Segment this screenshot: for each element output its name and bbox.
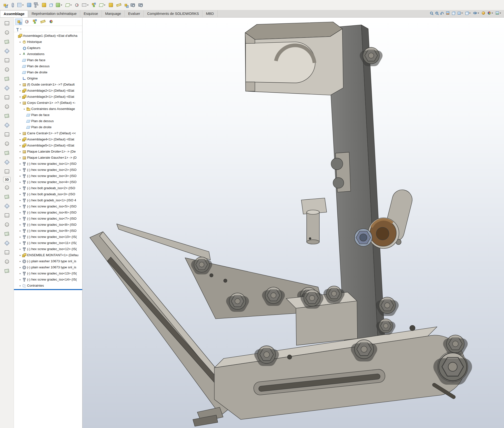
dropdown-caret-icon[interactable] (492, 13, 493, 14)
side-tool-button[interactable] (2, 121, 12, 129)
tree-item[interactable]: ▸(-) hex screw gradec_iso<2> (ISO (14, 167, 82, 173)
side-tool-button[interactable] (2, 221, 12, 228)
ribbon-tab-mbd[interactable]: MBD (202, 10, 217, 17)
dropdown-caret-icon[interactable] (87, 5, 89, 6)
mate-button[interactable] (10, 1, 15, 9)
expander-icon[interactable]: ▸ (19, 150, 22, 153)
tree-item[interactable]: ▾Corps Central<1> ->? (Défaut) <- (14, 100, 82, 106)
ribbon-tab-marquage[interactable]: Marquage (102, 10, 125, 17)
hex-bolt[interactable] (326, 286, 342, 301)
dropdown-caret-icon[interactable] (478, 13, 479, 14)
side-tool-button[interactable] (2, 66, 12, 73)
tree-item[interactable]: ▸Contraintes (14, 282, 82, 289)
tree-item[interactable]: ▸Contraintes dans Assemblage (14, 106, 82, 112)
tree-item[interactable]: ▸(-) hex screw gradec_iso<4> (ISO (14, 179, 82, 185)
expander-icon[interactable]: ▸ (19, 211, 22, 214)
tree-item[interactable]: ▸(-) hex screw gradec_iso<6> (ISO (14, 209, 82, 215)
filter-caret-icon[interactable]: ▾ (20, 28, 21, 30)
side-tool-button[interactable] (2, 57, 12, 64)
ribbon-tab-assemblage[interactable]: Assemblage (0, 10, 28, 17)
side-tool-button[interactable] (2, 19, 12, 27)
side-tool-button[interactable] (2, 249, 12, 256)
expander-icon[interactable]: ▸ (19, 181, 22, 183)
side-tool-button[interactable] (2, 75, 12, 83)
section-view-button[interactable] (445, 11, 450, 15)
expander-icon[interactable]: ▸ (19, 144, 22, 147)
side-tool-button[interactable] (2, 47, 12, 55)
view-3d-button[interactable]: 3D (3, 177, 11, 182)
expander-icon[interactable]: ▸ (19, 284, 22, 287)
tree-item[interactable]: ▸(-) hex screw gradec_iso<9> (ISO (14, 228, 82, 234)
hex-bolt[interactable] (363, 47, 380, 64)
tree-item[interactable]: ▸Historique (14, 39, 82, 45)
tree-item[interactable]: ▸Plaque Laterale Gauche<1> -> (D (14, 155, 82, 161)
side-tool-button[interactable] (2, 94, 12, 101)
dropdown-caret-icon[interactable] (7, 5, 8, 6)
tree-item[interactable]: ▸(-) hex screw gradec_iso<3> (ISO (14, 173, 82, 179)
new-motion-study-button[interactable] (74, 1, 80, 9)
instant3d-button[interactable] (108, 1, 114, 9)
dropdown-caret-icon[interactable] (61, 5, 62, 6)
tree-item[interactable]: Plan de dessus (14, 118, 82, 124)
hex-bolt[interactable] (258, 346, 275, 363)
expander-icon[interactable]: ▸ (19, 175, 22, 177)
dropdown-caret-icon[interactable] (461, 13, 463, 14)
tree-item[interactable]: ▸Annotations (14, 51, 82, 57)
zoom-to-fit-button[interactable] (429, 11, 434, 15)
tree-item[interactable]: ▸(-) hex screw gradec_iso<5> (ISO (14, 203, 82, 209)
displaymanager-tab[interactable] (47, 19, 55, 25)
hex-bolt[interactable] (379, 319, 393, 333)
side-tool-button[interactable] (2, 258, 12, 265)
record-video-button[interactable] (137, 1, 144, 9)
expander-icon[interactable]: ▸ (19, 156, 22, 159)
tree-item[interactable]: Plan de face (14, 57, 82, 63)
dropdown-caret-icon[interactable] (104, 5, 105, 6)
linear-component-pattern-button[interactable] (16, 1, 25, 9)
hex-bolt[interactable] (304, 290, 320, 306)
show-hidden-components-button[interactable] (48, 1, 54, 9)
expander-icon[interactable]: ▸ (19, 53, 22, 55)
assembly-3d-model[interactable] (82, 18, 504, 428)
part-bronze-bushing[interactable] (368, 218, 399, 248)
tree-item[interactable]: Plan de face (14, 112, 82, 118)
expander-icon[interactable]: ▸ (19, 96, 22, 98)
hex-bolt[interactable] (379, 297, 396, 314)
side-tool-button[interactable] (2, 112, 12, 120)
side-tool-button[interactable] (2, 29, 12, 36)
expander-icon[interactable]: ▸ (19, 132, 22, 135)
expander-icon[interactable]: ▸ (19, 236, 22, 238)
explode-line-sketch-button[interactable] (98, 1, 107, 9)
tree-item[interactable]: ▸(-) hex bolt gradeab_iso<2> (ISO (14, 185, 82, 191)
dropdown-caret-icon[interactable] (469, 13, 471, 14)
ribbon-tab-evaluer[interactable]: Evaluer (125, 10, 144, 17)
tree-item[interactable]: ▸(-) plain washer 10673 type snl_is (14, 264, 82, 270)
side-tool-button[interactable] (2, 193, 12, 201)
view-settings-button[interactable] (495, 11, 502, 15)
part-upper-blade[interactable] (117, 224, 210, 260)
featuremanager-tab[interactable] (15, 19, 22, 25)
tree-item[interactable]: Assemblage1 (Défaut) <Etat d'afficha (14, 33, 82, 39)
display-style-button[interactable] (464, 11, 472, 15)
insert-components-button[interactable] (26, 1, 32, 9)
tree-item[interactable]: ▸Plaque Laterale Droite<1> -> (De (14, 148, 82, 155)
tree-item[interactable]: ▸Assemblage4<1> (Défaut) <Etat (14, 136, 82, 142)
take-snapshot-button[interactable] (129, 1, 136, 9)
expander-icon[interactable]: ▸ (19, 230, 22, 232)
expander-icon[interactable]: ▸ (19, 163, 22, 165)
hex-bolt[interactable] (194, 257, 209, 272)
expander-icon[interactable]: ▸ (19, 266, 22, 269)
side-tool-button[interactable] (2, 212, 12, 219)
ribbon-tab-repr-sentation-sch-matique[interactable]: Représentation schématique (28, 10, 80, 17)
part-standoff[interactable] (301, 198, 327, 244)
expander-icon[interactable]: ▸ (19, 278, 22, 281)
tree-item[interactable]: ▸(-) hex bolt gradeab_iso<3> (ISO (14, 191, 82, 197)
dropdown-caret-icon[interactable] (22, 5, 24, 6)
part-top-fork[interactable] (245, 22, 343, 95)
expander-icon[interactable]: ▸ (19, 138, 22, 141)
expander-icon[interactable]: ▸ (19, 272, 22, 275)
interference-detection-button[interactable] (123, 1, 128, 9)
hex-bolt[interactable] (265, 287, 282, 304)
tree-item[interactable]: Origine (14, 75, 82, 81)
edit-component-button[interactable] (2, 1, 10, 9)
hide-show-items-button[interactable] (472, 11, 480, 15)
